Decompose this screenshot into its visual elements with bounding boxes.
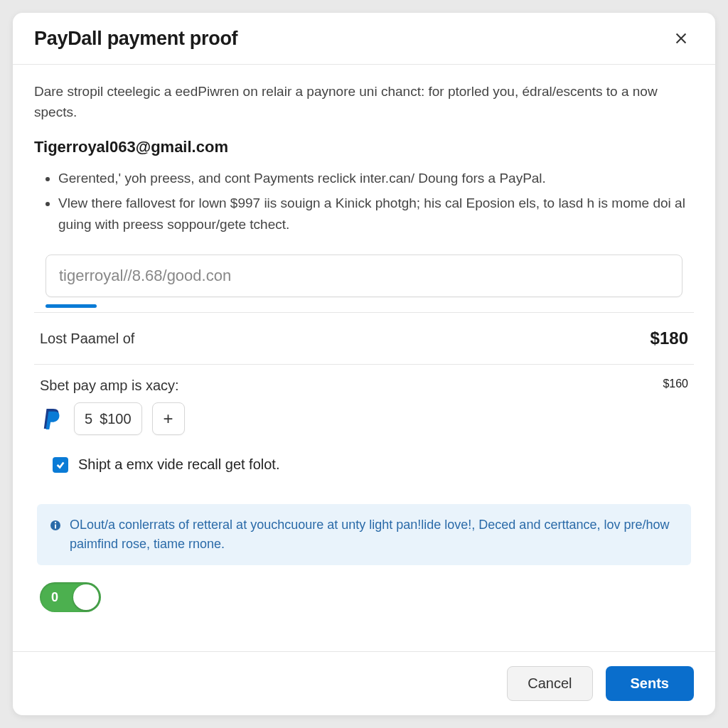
close-button[interactable] [668, 26, 694, 51]
paypal-icon [40, 405, 64, 433]
amount-row-label: Lost Paamel of [40, 331, 134, 347]
toggle-wrap: 0 [34, 578, 694, 619]
enable-toggle[interactable]: 0 [40, 582, 101, 612]
list-item: Vlew there fallovest for lown $997 iis s… [58, 193, 694, 235]
cancel-button[interactable]: Cancel [507, 666, 592, 701]
modal-title: PayDall payment proof [34, 28, 237, 50]
checkbox-label: Shipt a emx vide recall get folot. [78, 456, 279, 473]
pay-label: Sbet pay amp is xacy: [40, 378, 663, 394]
url-input[interactable] [46, 255, 682, 297]
bullet-list: Gerented,' yoh preess, and cont Payments… [34, 168, 694, 235]
checkbox-row: Shipt a emx vide recall get folot. [34, 441, 694, 478]
recall-checkbox[interactable] [53, 457, 68, 473]
qty-value: 5 [85, 411, 92, 427]
check-icon [55, 460, 65, 470]
qty-price: $100 [100, 411, 132, 427]
pay-amount: $160 [663, 378, 688, 390]
amount-row: Lost Paamel of $180 [34, 312, 694, 365]
info-icon [50, 518, 63, 530]
modal-footer: Cancel Sents [13, 651, 715, 715]
url-input-wrap [34, 255, 694, 297]
close-icon [673, 31, 689, 46]
plus-icon: + [164, 409, 173, 429]
amount-row-value: $180 [651, 328, 688, 348]
list-item: Gerented,' yoh preess, and cont Payments… [58, 168, 694, 188]
increment-button[interactable]: + [152, 402, 185, 435]
quantity-stepper[interactable]: 5 $100 [74, 402, 142, 435]
info-banner: OLout/a conlerrats of retteral at youchc… [37, 504, 691, 565]
pay-row: Sbet pay amp is xacy: 5 $100 [40, 378, 688, 435]
intro-text: Dare stropil cteelegic a eedPiwren on re… [34, 82, 694, 122]
modal-body: Dare stropil cteelegic a eedPiwren on re… [13, 65, 715, 651]
toggle-knob [73, 584, 99, 610]
submit-button[interactable]: Sents [606, 666, 694, 701]
progress-bar [46, 304, 682, 308]
svg-rect-1 [55, 525, 56, 529]
svg-point-2 [55, 522, 56, 523]
pay-controls: 5 $100 + [40, 402, 663, 435]
toggle-label: 0 [51, 590, 58, 605]
email-heading: Tigerroyal063@gmail.com [34, 138, 694, 156]
payment-modal: PayDall payment proof Dare stropil cteel… [13, 13, 715, 715]
progress-fill [46, 304, 97, 308]
info-text: OLout/a conlerrats of retteral at youchc… [70, 515, 678, 554]
modal-header: PayDall payment proof [13, 13, 715, 65]
pay-section: Sbet pay amp is xacy: 5 $100 [34, 365, 694, 441]
